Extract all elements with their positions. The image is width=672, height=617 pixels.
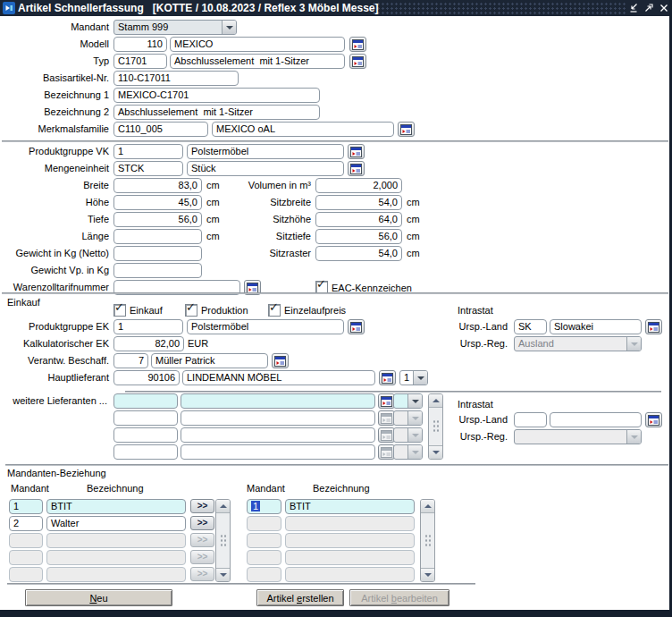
- verantw-beschaff-name-input[interactable]: Müller Patrick: [151, 353, 268, 368]
- mandant-right-code-5[interactable]: [247, 567, 281, 582]
- ursp-land2-lov-button[interactable]: [645, 412, 662, 427]
- basisartikel-input[interactable]: 110-C17011: [113, 71, 239, 86]
- typ-lov-button[interactable]: [349, 54, 366, 69]
- modell-name-input[interactable]: MEXICO: [170, 37, 345, 52]
- produktgruppe-vk-name-input[interactable]: Polstermöbel: [187, 144, 344, 159]
- mandanten-right-scrollbar[interactable]: [420, 499, 435, 582]
- lieferant-name-input-1[interactable]: [181, 393, 375, 409]
- einkauf-checkbox[interactable]: ✓: [113, 304, 126, 317]
- mandant-left-code-2[interactable]: 2: [9, 516, 43, 531]
- mandant-right-code-2[interactable]: [247, 516, 281, 531]
- mandant-left-name-1[interactable]: BTIT: [46, 499, 186, 514]
- button-mnemonic: N: [89, 593, 97, 604]
- mengeneinheit-lov-button[interactable]: [348, 161, 365, 176]
- merkmalsfamilie-lov-button[interactable]: [398, 122, 415, 137]
- bezeichnung1-input[interactable]: MEXICO-C1701: [113, 88, 320, 103]
- lieferant-name-input-2[interactable]: [181, 410, 375, 426]
- einzelaufpreis-checkbox[interactable]: ✓: [268, 304, 281, 317]
- mandant-select[interactable]: Stamm 999: [113, 20, 237, 35]
- hauptlieferant-name-input[interactable]: LINDEMANN MÖBEL: [182, 370, 375, 385]
- ursp-land-lov-button[interactable]: [645, 319, 662, 334]
- produktgruppe-ek-lov-button[interactable]: [348, 319, 365, 334]
- mandant-left-name-2[interactable]: Walter: [46, 516, 186, 531]
- sitztiefe-input[interactable]: 56,0: [315, 229, 402, 244]
- kalkulatorischer-ek-input[interactable]: 82,00: [113, 336, 184, 351]
- mandant-right-name-4[interactable]: [285, 550, 415, 565]
- close-button[interactable]: [658, 2, 670, 14]
- ursp-land2-name-input[interactable]: [550, 412, 642, 427]
- lieferant-code-input-1[interactable]: [113, 393, 178, 409]
- verantw-beschaff-lov-button[interactable]: [272, 353, 289, 368]
- right-mandant-header: Mandant: [247, 483, 285, 494]
- mandant-left-code-5[interactable]: [9, 567, 43, 582]
- neu-button[interactable]: Neu: [25, 589, 172, 606]
- mengeneinheit-name-input[interactable]: Stück: [187, 161, 344, 176]
- scroll-up-button[interactable]: [429, 394, 442, 408]
- scrollbar-track[interactable]: [216, 513, 230, 568]
- produktgruppe-ek-code-input[interactable]: 1: [113, 319, 183, 334]
- produktgruppe-ek-name-input[interactable]: Polstermöbel: [187, 319, 344, 334]
- modell-code-input[interactable]: 110: [113, 37, 167, 52]
- transfer-button-1[interactable]: >>: [190, 499, 214, 513]
- mandant-left-code-1[interactable]: 1: [9, 499, 43, 514]
- typ-name-input[interactable]: Abschlusselement mit 1-Sitzer: [170, 54, 345, 69]
- hauptlieferant-prio-arrow-button[interactable]: [413, 371, 427, 385]
- scroll-up-button[interactable]: [421, 500, 434, 513]
- hauptlieferant-prio-select[interactable]: 1: [399, 370, 428, 385]
- modell-lov-button[interactable]: [349, 37, 366, 52]
- lieferant-prio-arrow-button-4: [407, 445, 422, 459]
- verantw-beschaff-code-input[interactable]: 7: [113, 353, 148, 368]
- lieferant-prio-select-1[interactable]: [393, 393, 423, 409]
- lieferanten-scrollbar[interactable]: [428, 393, 443, 460]
- transfer-button-2[interactable]: >>: [190, 516, 214, 530]
- sitzhoehe-input[interactable]: 64,0: [315, 212, 402, 227]
- ursp-land-code-input[interactable]: SK: [514, 319, 547, 334]
- mandant-right-name-3[interactable]: [285, 533, 415, 548]
- ursp-land2-code-input[interactable]: [514, 412, 547, 427]
- scroll-down-button[interactable]: [216, 568, 230, 581]
- scrollbar-track[interactable]: [421, 513, 434, 568]
- scroll-down-button[interactable]: [421, 568, 434, 581]
- mandanten-left-scrollbar[interactable]: [215, 499, 231, 582]
- artikel-erstellen-button[interactable]: Artikel erstellen: [256, 589, 344, 606]
- scroll-up-button[interactable]: [216, 500, 230, 513]
- merkmalsfamilie-code-input[interactable]: C110_005: [113, 122, 208, 137]
- mandant-right-name-1[interactable]: BTIT: [285, 499, 415, 514]
- mandant-left-code-4[interactable]: [9, 550, 43, 565]
- lieferant-prio-arrow-button-1[interactable]: [407, 394, 422, 408]
- bezeichnung2-input[interactable]: Abschlusselement mit 1-Sitzer: [113, 105, 320, 120]
- typ-code-input[interactable]: C1701: [113, 54, 167, 69]
- ursp-land-name-input[interactable]: Slowakei: [550, 319, 642, 334]
- mandant-left-code-3[interactable]: [9, 533, 43, 548]
- lieferant-code-input-2[interactable]: [113, 410, 178, 426]
- scroll-down-button[interactable]: [429, 445, 442, 459]
- mandant-right-code-4[interactable]: [247, 550, 281, 565]
- merkmalsfamilie-name-input[interactable]: MEXICO oAL: [212, 122, 394, 137]
- lieferant-name-input-3[interactable]: [181, 427, 375, 443]
- mengeneinheit-code-input[interactable]: STCK: [113, 161, 183, 176]
- mandant-right-name-5[interactable]: [285, 567, 415, 582]
- produktion-checkbox[interactable]: ✓: [185, 304, 197, 317]
- mandant-left-name-3[interactable]: [46, 533, 186, 548]
- restore-button[interactable]: [643, 2, 655, 14]
- hauptlieferant-code-input[interactable]: 90106: [113, 370, 180, 385]
- lieferant-code-input-4[interactable]: [113, 444, 178, 460]
- gewicht-vp-input[interactable]: [113, 263, 202, 278]
- lieferant-name-input-4[interactable]: [181, 444, 375, 460]
- hauptlieferant-lov-button[interactable]: [379, 370, 396, 385]
- volumen-input[interactable]: 2,000: [315, 178, 402, 193]
- lieferant-code-input-3[interactable]: [113, 427, 178, 443]
- produktgruppe-vk-lov-button[interactable]: [348, 144, 365, 159]
- produktgruppe-vk-code-input[interactable]: 1: [113, 144, 183, 159]
- eac-checkbox[interactable]: ✓: [315, 281, 328, 293]
- mandant-left-name-4[interactable]: [46, 550, 186, 565]
- sitzraster-input[interactable]: 54,0: [315, 246, 402, 261]
- button-text: earbeiten: [397, 593, 438, 604]
- mandant-left-name-5[interactable]: [46, 567, 186, 582]
- mandant-right-code-3[interactable]: [247, 533, 281, 548]
- mandant-arrow-button[interactable]: [222, 21, 236, 34]
- mandant-right-name-2[interactable]: [285, 516, 415, 531]
- sitzbreite-input[interactable]: 54,0: [315, 195, 402, 210]
- mandant-right-code-1[interactable]: 1: [247, 499, 281, 514]
- dock-button[interactable]: [627, 2, 640, 14]
